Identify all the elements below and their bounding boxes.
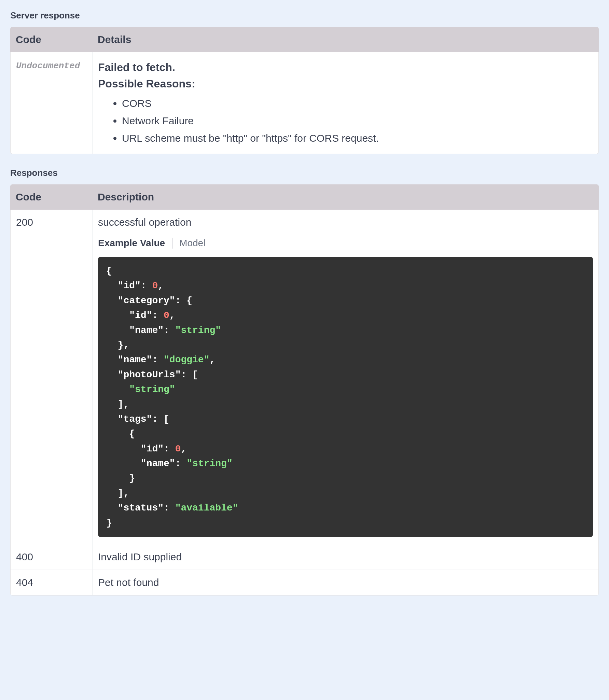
table-row: 200 successful operation Example Value M… — [11, 210, 598, 544]
response-desc-404: Pet not found — [93, 570, 598, 595]
responses-header: Code Description — [10, 184, 599, 210]
failed-to-fetch: Failed to fetch. — [98, 59, 593, 75]
responses-section: Responses Code Description 200 successfu… — [10, 168, 599, 596]
response-code-200: 200 — [11, 210, 93, 544]
response-details-cell: Failed to fetch. Possible Reasons: CORS … — [93, 52, 598, 154]
undocumented-code: Undocumented — [16, 61, 80, 71]
possible-reasons-label: Possible Reasons: — [98, 75, 593, 92]
reason-item: Network Failure — [122, 112, 593, 129]
reason-item: CORS — [122, 95, 593, 112]
tab-model[interactable]: Model — [172, 238, 212, 249]
server-response-section: Server response Code Details Undocumente… — [10, 10, 599, 154]
responses-body: 200 successful operation Example Value M… — [10, 210, 599, 596]
reason-item: URL scheme must be "http" or "https" for… — [122, 129, 593, 147]
response-code-400: 400 — [11, 544, 93, 570]
schema-tabs: Example Value Model — [98, 238, 593, 249]
responses-title: Responses — [10, 168, 599, 178]
header-details-col: Details — [92, 27, 599, 52]
server-response-title: Server response — [10, 10, 599, 21]
response-desc-200: successful operation Example Value Model… — [93, 210, 598, 544]
table-row: 404 Pet not found — [11, 570, 598, 595]
table-row: 400 Invalid ID supplied — [11, 544, 598, 570]
header-code-col: Code — [10, 184, 92, 210]
header-description-col: Description — [92, 184, 599, 210]
tab-example-value[interactable]: Example Value — [98, 238, 172, 249]
response-code-404: 404 — [11, 570, 93, 595]
response-desc-text: successful operation — [98, 216, 593, 228]
response-desc-400: Invalid ID supplied — [93, 544, 598, 570]
example-json-block[interactable]: { "id": 0, "category": { "id": 0, "name"… — [98, 257, 593, 537]
response-code-cell: Undocumented — [11, 52, 93, 154]
header-code-col: Code — [10, 27, 92, 52]
server-response-header: Code Details — [10, 27, 599, 52]
server-response-body: Undocumented Failed to fetch. Possible R… — [10, 52, 599, 154]
table-row: Undocumented Failed to fetch. Possible R… — [11, 52, 598, 154]
reason-list: CORS Network Failure URL scheme must be … — [98, 95, 593, 147]
